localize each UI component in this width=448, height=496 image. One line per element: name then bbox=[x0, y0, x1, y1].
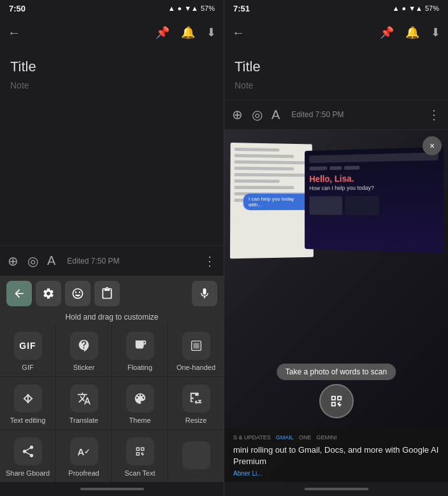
one-handed-icon bbox=[182, 332, 210, 360]
edited-text-right: Edited 7:50 PM bbox=[291, 110, 343, 119]
floating-label: Floating bbox=[127, 364, 152, 371]
proofread-label: Proofread bbox=[68, 469, 99, 477]
bottom-toolbar-left: ⊕ ◎ A Edited 7:50 PM ⋮ bbox=[0, 245, 224, 276]
svg-rect-1 bbox=[193, 343, 199, 348]
battery-icon-right: 57% bbox=[425, 4, 439, 12]
emoji-icon-left[interactable]: ◎ bbox=[27, 253, 38, 269]
wifi-icon-right: ● bbox=[402, 4, 407, 12]
add-icon-right[interactable]: ⊕ bbox=[232, 107, 243, 122]
home-indicator-right bbox=[224, 482, 448, 496]
chat-bubble: I can help you today with... bbox=[243, 194, 313, 210]
drag-hint: Hold and drag to customize bbox=[0, 309, 224, 324]
note-body-right[interactable]: Note bbox=[235, 80, 438, 90]
keyboard-cell-proofread[interactable]: A✓ Proofread bbox=[56, 430, 112, 482]
paper-line bbox=[235, 148, 280, 152]
edited-text-left: Edited 7:50 PM bbox=[67, 257, 119, 266]
resize-icon bbox=[182, 385, 210, 413]
news-tag-updates: S & UPDATES bbox=[233, 434, 271, 441]
monitor-sub-text: How can I help you today? bbox=[309, 184, 438, 191]
status-time-right: 7:51 bbox=[233, 4, 250, 13]
nav-bar-right: ← 📌 🔔 ⬇ bbox=[224, 17, 448, 48]
keyboard-cell-sticker[interactable]: Sticker bbox=[56, 324, 112, 376]
keyboard-cell-empty bbox=[168, 430, 224, 482]
font-icon-left[interactable]: A bbox=[47, 253, 55, 268]
note-title-left[interactable]: Title bbox=[10, 59, 213, 75]
bell-icon-left[interactable]: 🔔 bbox=[181, 25, 195, 39]
archive-icon-left[interactable]: ⬇ bbox=[206, 25, 216, 39]
proofread-icon: A✓ bbox=[70, 437, 98, 465]
scan-button[interactable] bbox=[319, 384, 354, 418]
news-overlay: S & UPDATES GMAIL ONE GEMINI mini rollin… bbox=[224, 428, 448, 482]
keyboard-cell-translate[interactable]: Translate bbox=[56, 377, 112, 429]
home-bar-right bbox=[305, 488, 368, 490]
note-content-left[interactable]: Title Note bbox=[0, 48, 224, 245]
keyboard-panel: Hold and drag to customize GIF GIF Stick… bbox=[0, 276, 224, 482]
keyboard-cell-gif[interactable]: GIF GIF bbox=[0, 324, 55, 376]
archive-icon-right[interactable]: ⬇ bbox=[431, 25, 440, 39]
news-tags: S & UPDATES GMAIL ONE GEMINI bbox=[233, 434, 439, 441]
keyboard-back-btn[interactable] bbox=[6, 281, 32, 306]
keyboard-grid: GIF GIF Sticker Floating bbox=[0, 324, 224, 482]
text-editing-label: Text editing bbox=[10, 416, 46, 424]
theme-label: Theme bbox=[129, 416, 150, 424]
monitor-hello-text: Hello, Lisa. bbox=[309, 172, 438, 183]
nav-bar-left: ← 📌 🔔 ⬇ bbox=[0, 17, 224, 48]
home-bar-left bbox=[80, 488, 144, 490]
scan-text-label: Scan Text bbox=[124, 469, 155, 477]
status-bar-left: 7:50 ▲ ● ▼▲ 57% bbox=[0, 0, 224, 17]
emoji-icon-right[interactable]: ◎ bbox=[252, 107, 263, 122]
pin-icon-right[interactable]: 📌 bbox=[380, 25, 394, 39]
note-title-right[interactable]: Title bbox=[235, 59, 438, 75]
note-body-left[interactable]: Note bbox=[10, 80, 213, 90]
battery-icon: 57% bbox=[201, 4, 215, 12]
keyboard-cell-floating[interactable]: Floating bbox=[112, 324, 168, 376]
scan-text-icon bbox=[126, 437, 154, 465]
keyboard-cell-text-editing[interactable]: Text editing bbox=[0, 377, 55, 429]
note-content-right[interactable]: Title Note bbox=[224, 48, 448, 99]
font-icon-right[interactable]: A bbox=[271, 108, 280, 122]
paper-document: I can help you today with... bbox=[230, 143, 314, 259]
keyboard-settings-btn[interactable] bbox=[36, 281, 61, 306]
news-tag-gmail: GMAIL bbox=[276, 434, 294, 441]
translate-label: Translate bbox=[69, 416, 98, 424]
add-icon-left[interactable]: ⊕ bbox=[8, 253, 18, 269]
paper-line bbox=[235, 167, 294, 171]
back-button-left[interactable]: ← bbox=[8, 25, 20, 40]
status-time-left: 7:50 bbox=[9, 4, 25, 13]
resize-label: Resize bbox=[185, 416, 207, 424]
sticker-icon bbox=[70, 332, 98, 360]
paper-line bbox=[235, 154, 294, 158]
translate-icon bbox=[70, 385, 98, 413]
share-gboard-label: Share Gboard bbox=[6, 469, 50, 477]
more-icon-left[interactable]: ⋮ bbox=[203, 253, 216, 269]
floating-icon bbox=[126, 332, 154, 360]
monitor-screen: Hello, Lisa. How can I help you today? bbox=[305, 147, 444, 253]
signal-icon: ▲ bbox=[168, 4, 175, 12]
keyboard-emoji-btn[interactable] bbox=[65, 281, 90, 306]
back-button-right[interactable]: ← bbox=[232, 25, 245, 40]
one-handed-label: One-handed bbox=[177, 364, 215, 371]
signal-icon-right: ▲ bbox=[393, 4, 400, 12]
right-panel: 7:51 ▲ ● ▼▲ 57% ← 📌 🔔 ⬇ Title Note ⊕ ◎ A… bbox=[224, 0, 448, 496]
keyboard-cell-scan-text[interactable]: Scan Text bbox=[112, 430, 168, 482]
text-editing-icon bbox=[14, 385, 42, 413]
pin-icon-left[interactable]: 📌 bbox=[155, 25, 170, 39]
keyboard-mic-btn[interactable] bbox=[192, 281, 217, 306]
bell-icon-right[interactable]: 🔔 bbox=[405, 25, 419, 39]
network-icon-right: ▼▲ bbox=[408, 4, 423, 12]
network-icon: ▼▲ bbox=[184, 4, 198, 12]
keyboard-cell-one-handed[interactable]: One-handed bbox=[168, 324, 224, 376]
scan-area: I can help you today with... Hello, Lisa… bbox=[224, 130, 448, 482]
status-icons-right: ▲ ● ▼▲ 57% bbox=[393, 4, 439, 12]
bottom-toolbar-right: ⊕ ◎ A Edited 7:50 PM ⋮ bbox=[224, 99, 448, 130]
paper-line bbox=[235, 160, 305, 164]
keyboard-cell-share-gboard[interactable]: Share Gboard bbox=[0, 430, 55, 482]
more-icon-right[interactable]: ⋮ bbox=[428, 107, 440, 122]
keyboard-cell-theme[interactable]: Theme bbox=[112, 377, 168, 429]
keyboard-cell-resize[interactable]: Resize bbox=[168, 377, 224, 429]
keyboard-clipboard-btn[interactable] bbox=[94, 281, 120, 306]
gif-label: GIF bbox=[22, 364, 33, 371]
close-button[interactable]: × bbox=[423, 136, 442, 155]
monitor-topbar bbox=[309, 152, 438, 163]
news-tag-one: ONE bbox=[299, 434, 312, 441]
